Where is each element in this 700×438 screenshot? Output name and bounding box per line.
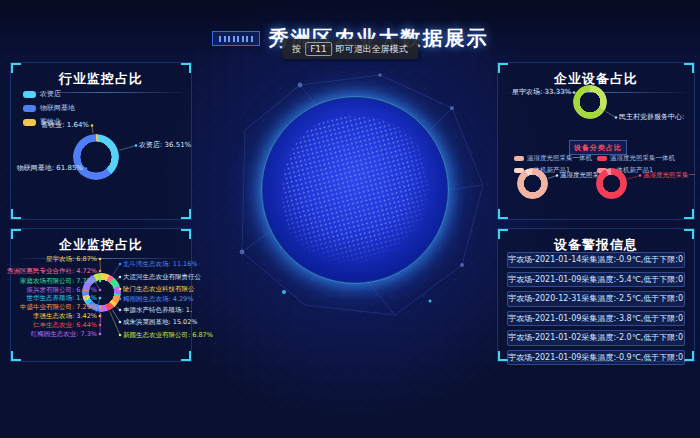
label-text: 畜牧业: 1.64%: [41, 121, 89, 129]
slice-label: 温湿度光照采集一: [643, 171, 695, 180]
device-donut-chart[interactable]: [573, 85, 607, 119]
panel-device-alarms: 设备警报信息 星宇农场-2021-01-14采集温度:-0.9℃,低于下限:0℃…: [497, 228, 695, 362]
brand-logo-icon: [212, 31, 260, 46]
category-chart-right: 温湿度光照采集一: [596, 158, 694, 203]
slice-label: 成朱浜菜园基地: 15.02%: [123, 318, 198, 326]
slice-label: 梅雨园生态农场: 4.29%: [123, 295, 193, 303]
alarm-row: 星宇农场-2021-01-02采集温度:-2.0℃,低于下限:0℃: [507, 330, 685, 346]
industry-chart-area: 农资店 物联网基地 畜牧业 畜牧业: 1.64% 农资店: 36.51% 物联网…: [11, 63, 191, 219]
panel-enterprise-device: 企业设备占比 星宇农场: 33.33% 民主村党群服务中心: 设备分类占比 温湿…: [497, 62, 695, 220]
fullscreen-tip: 按 F11 即可退出全屏模式: [282, 39, 418, 59]
slice-label: 民主村党群服务中心:: [619, 113, 684, 122]
enterprise-chart-area: 星宇农场: 6.87% 秀洲区惠民专业合作社: 4.72% 家庭农场有限公司: …: [11, 249, 191, 361]
slice-label: 陡门生态农业科技有限公: [123, 285, 195, 293]
slice-label: 大运河生态农业有限责任公: [123, 273, 201, 281]
tip-prefix: 按: [292, 43, 301, 56]
panel-industry-monitor: 行业监控占比 农资店 物联网基地 畜牧业 畜牧业: 1.64% 农资店: 36.…: [10, 62, 192, 220]
label-text: 农资店: 36.51%: [139, 141, 191, 149]
label-text: 民主村党群服务中心:: [619, 113, 684, 121]
panel-enterprise-monitor: 企业监控占比 星宇农场: 6.87% 秀洲区惠民专业合作社: 4.72% 家庭农…: [10, 228, 192, 362]
slice-label: 新颜生态农业有限公司: 6.87%: [123, 331, 213, 339]
dashboard: 秀洲区农业大数据展示 按 F11 即可退出全屏模式 行业监控占比 农资店 物联网…: [0, 0, 700, 438]
alarm-row: 星宇农场-2020-12-31采集温度:-2.5℃,低于下限:0℃: [507, 291, 685, 307]
label-text: 星宇农场: 33.33%: [512, 88, 571, 96]
slice-label: 振兴发有限公司: 6.87%: [27, 286, 97, 294]
legend-item[interactable]: 物联网基地: [23, 103, 75, 113]
category-chart-left: 温湿度光照采集一: [498, 158, 596, 203]
slice-label: 世华生态养殖场: 1.72%: [27, 294, 97, 302]
slice-label: 星宇农场: 6.87%: [46, 255, 97, 263]
legend-swatch: [23, 105, 36, 112]
slice-label: 家庭农场有限公司: 7.72%: [20, 277, 97, 285]
globe-visualization: [263, 98, 447, 282]
label-text: 物联网基地: 61.85%: [17, 164, 83, 172]
slice-label: 星宇农场: 33.33%: [512, 88, 571, 97]
slice-label: 红梅园生态农业: 7.3%: [31, 330, 97, 338]
slice-label: 物联网基地: 61.85%: [17, 164, 83, 173]
legend-swatch: [23, 91, 36, 98]
category-left-donut-chart[interactable]: [517, 168, 548, 199]
slice-label: 畜牧业: 1.64%: [41, 121, 89, 130]
slice-label: 丰源水产特色养殖场: 1.: [123, 306, 192, 314]
f11-key: F11: [305, 42, 332, 56]
legend-swatch: [23, 119, 36, 126]
tip-suffix: 即可退出全屏模式: [336, 43, 408, 56]
legend-label: 物联网基地: [40, 103, 75, 113]
slice-label: 中盛牛业有限公司: 7.29%: [20, 303, 97, 311]
slice-label: 仁丰生态农业: 6.44%: [33, 321, 97, 329]
slice-label: 李强生态农场: 3.42%: [33, 312, 97, 320]
category-right-donut-chart[interactable]: [596, 168, 627, 199]
legend-label: 农资店: [40, 89, 61, 99]
alarm-row: 星宇农场-2021-01-09采集温度:-3.8℃,低于下限:0℃: [507, 311, 685, 327]
slice-label: 秀洲区惠民专业合作社: 4.72%: [7, 267, 97, 275]
legend-item[interactable]: 农资店: [23, 89, 75, 99]
alarm-row: 星宇农场-2021-01-09采集温度:-0.9℃,低于下限:0℃: [507, 350, 685, 366]
alarm-row: 星宇农场-2021-01-14采集温度:-0.9℃,低于下限:0℃: [507, 252, 685, 268]
alarm-row: 星宇农场-2021-01-09采集温度:-5.4℃,低于下限:0℃: [507, 272, 685, 288]
slice-label: 农资店: 36.51%: [139, 141, 191, 150]
alarm-list: 星宇农场-2021-01-14采集温度:-0.9℃,低于下限:0℃ 星宇农场-2…: [507, 252, 685, 369]
slice-label: 北斗湾生态农场: 11.16%: [123, 260, 198, 268]
device-category-title: 设备分类占比: [569, 140, 627, 155]
industry-donut-chart[interactable]: [73, 134, 119, 180]
